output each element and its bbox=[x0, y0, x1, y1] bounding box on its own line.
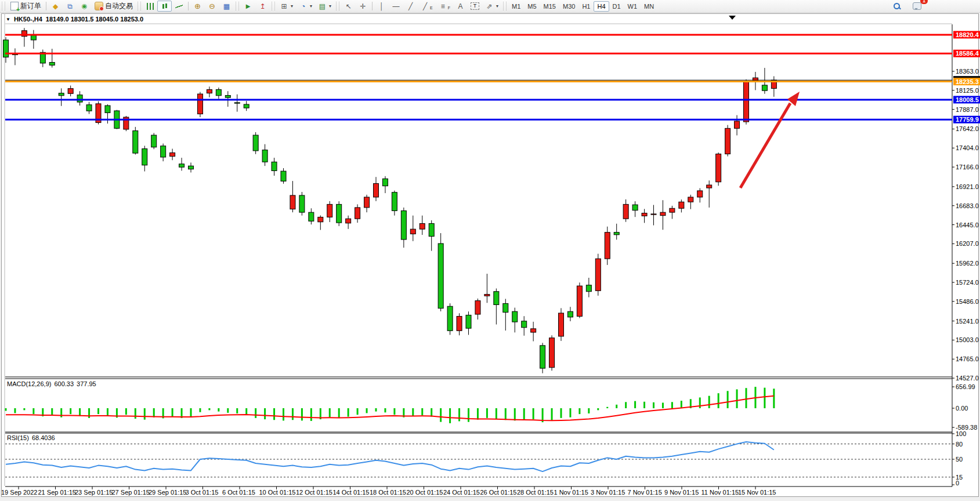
candle-body bbox=[688, 197, 693, 202]
candle-body bbox=[503, 303, 508, 312]
time-tick-label: 23 Sep 01:15 bbox=[75, 489, 113, 496]
candle-body bbox=[531, 329, 536, 332]
support-line-2-price-label: 17759.9 bbox=[956, 116, 979, 123]
candle-body bbox=[401, 210, 406, 239]
price-tick-label: 17642.0 bbox=[956, 125, 979, 132]
candle-body bbox=[318, 217, 323, 222]
candle-body bbox=[382, 179, 388, 186]
candle-body bbox=[642, 213, 647, 216]
candle-body bbox=[744, 81, 749, 122]
candle-body bbox=[522, 321, 527, 328]
time-tick-label: 9 Nov 01:15 bbox=[664, 489, 699, 496]
price-tick-label: 17404.0 bbox=[956, 144, 979, 151]
time-tick-label: 11 Nov 01:15 bbox=[701, 489, 739, 496]
rsi-label: RSI(15) bbox=[7, 434, 29, 441]
candle-body bbox=[244, 104, 249, 108]
candle-body bbox=[438, 244, 443, 308]
chart-svg: 18363.018125.017887.017642.017404.017166… bbox=[0, 0, 980, 501]
price-tick-label: 15486.0 bbox=[956, 298, 979, 305]
price-tick-label: 18363.0 bbox=[956, 68, 979, 75]
candle-body bbox=[762, 85, 767, 90]
time-tick-label: 12 Oct 01:15 bbox=[296, 489, 332, 496]
candle-body bbox=[494, 292, 499, 305]
candle-body bbox=[374, 184, 379, 197]
time-tick-label: 1 Nov 01:15 bbox=[554, 489, 588, 496]
candle-body bbox=[86, 105, 92, 111]
macd-main-value: 600.33 bbox=[54, 380, 74, 387]
macd-signal-value: 377.95 bbox=[77, 380, 96, 387]
time-tick-label: 19 Sep 2022 bbox=[1, 489, 37, 496]
candle-body bbox=[595, 259, 601, 291]
time-tick-label: 3 Nov 01:15 bbox=[591, 489, 625, 496]
price-tick-label: 16683.0 bbox=[956, 202, 979, 209]
candle-body bbox=[309, 212, 314, 221]
price-tick-label: 14765.0 bbox=[956, 355, 979, 362]
candle-body bbox=[31, 35, 36, 40]
chart-ohlc-values: 18149.0 18301.5 18045.0 18253.0 bbox=[46, 16, 143, 23]
candle-body bbox=[679, 202, 684, 208]
time-tick-label: 21 Sep 01:15 bbox=[38, 489, 76, 496]
candle-body bbox=[632, 205, 638, 210]
time-tick-label: 3 Oct 01:15 bbox=[186, 489, 219, 496]
candle-body bbox=[697, 191, 703, 197]
candle-body bbox=[234, 103, 240, 103]
candle-body bbox=[457, 316, 462, 331]
candle-body bbox=[272, 162, 277, 170]
candle-body bbox=[559, 313, 564, 336]
candle-body bbox=[49, 63, 55, 66]
candle-body bbox=[197, 94, 202, 114]
price-tick-label: 16445.0 bbox=[956, 222, 979, 228]
candle-body bbox=[105, 106, 110, 112]
candle-body bbox=[512, 311, 518, 322]
candle-body bbox=[670, 208, 675, 212]
chart-shift-marker-icon[interactable] bbox=[729, 16, 736, 20]
candle-body bbox=[614, 233, 619, 235]
candle-body bbox=[623, 204, 628, 219]
time-tick-label: 26 Oct 01:15 bbox=[480, 489, 517, 496]
price-tick-label: 15003.0 bbox=[956, 336, 979, 343]
macd-axis-label: 0.00 bbox=[956, 405, 968, 412]
time-tick-label: 14 Oct 01:15 bbox=[333, 489, 370, 496]
resistance-line-2-price-label: 18586.4 bbox=[956, 50, 979, 57]
candle-body bbox=[651, 214, 656, 215]
candle-body bbox=[735, 121, 740, 128]
candle-body bbox=[207, 89, 212, 93]
rsi-line bbox=[6, 442, 774, 471]
candle-body bbox=[475, 301, 480, 314]
candle-body bbox=[216, 89, 221, 95]
candle-body bbox=[540, 346, 545, 368]
rsi-axis-label: 0 bbox=[956, 480, 959, 487]
candle-body bbox=[299, 195, 305, 212]
candle-body bbox=[466, 315, 471, 328]
time-tick-label: 29 Sep 01:15 bbox=[149, 489, 186, 496]
macd-indicator-label: MACD(12,26,9) 600.33 377.95 bbox=[7, 380, 96, 387]
candle-body bbox=[484, 295, 490, 296]
candle-body bbox=[77, 95, 82, 102]
chart-symbol-period: HK50-,H4 bbox=[14, 16, 42, 23]
price-tick-label: 18125.0 bbox=[956, 87, 979, 94]
candle-body bbox=[142, 149, 147, 165]
chevron-down-icon[interactable]: ▼ bbox=[6, 17, 10, 22]
candle-body bbox=[337, 204, 342, 223]
price-tick-label: 15724.0 bbox=[956, 279, 979, 286]
candle-body bbox=[549, 338, 555, 368]
candle-body bbox=[3, 40, 9, 57]
candle-body bbox=[429, 223, 434, 236]
candle-body bbox=[262, 150, 267, 162]
price-tick-label: 16921.0 bbox=[956, 183, 979, 190]
candle-body bbox=[346, 219, 351, 223]
candle-body bbox=[179, 164, 185, 168]
bid-price-line-price-label: 18235.3 bbox=[956, 78, 979, 85]
price-tick-label: 15962.0 bbox=[956, 260, 979, 267]
chart-title-bar: ▼ HK50-,H4 18149.0 18301.5 18045.0 18253… bbox=[6, 16, 143, 23]
candle-body bbox=[364, 197, 370, 208]
time-tick-label: 10 Oct 01:15 bbox=[259, 489, 296, 496]
candle-body bbox=[133, 130, 138, 153]
rsi-axis-label: 100 bbox=[956, 430, 966, 437]
candle-body bbox=[189, 166, 194, 169]
candle-body bbox=[151, 135, 157, 147]
candle-body bbox=[225, 96, 230, 98]
macd-axis-label: 656.99 bbox=[956, 383, 975, 390]
trend-arrow-annotation[interactable] bbox=[740, 92, 800, 188]
rsi-axis-label: 80 bbox=[956, 441, 963, 448]
